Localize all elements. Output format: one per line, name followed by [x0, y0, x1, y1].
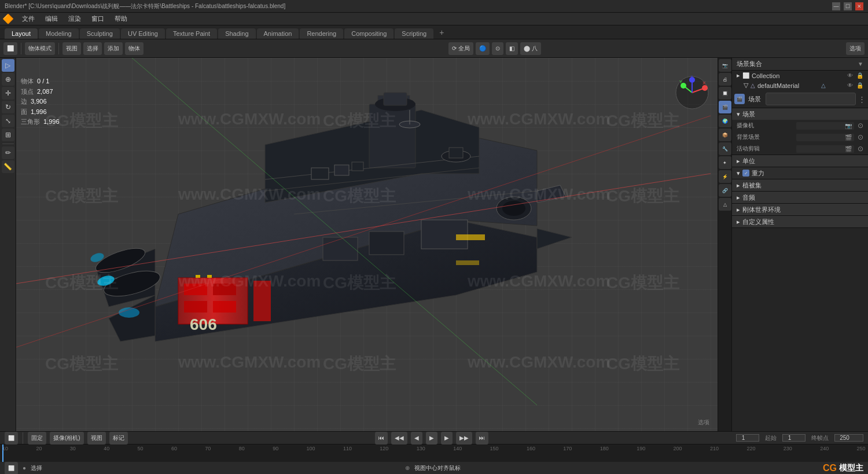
timeline-mark-button[interactable]: 标记 [109, 432, 128, 444]
data-props-button[interactable]: △ [719, 198, 731, 211]
timeline-type-button[interactable]: ⬜ [5, 432, 18, 444]
next-frame-button[interactable]: ▶ [441, 432, 453, 444]
modifier-props-button[interactable]: 🔧 [719, 142, 731, 155]
add-menu-button[interactable]: 添加 [104, 42, 123, 55]
audio-header[interactable]: ▸ 音频 [732, 192, 868, 203]
timeline-fixed-button[interactable]: 固定 [28, 432, 46, 444]
prev-frame-button[interactable]: ◀ [411, 432, 422, 444]
tab-shading[interactable]: Shading [218, 28, 255, 39]
outliner-title: 场景集合 [737, 60, 762, 68]
jump-start-button[interactable]: ⏮ [375, 432, 388, 444]
tab-rendering[interactable]: Rendering [300, 28, 343, 39]
tab-texture-paint[interactable]: Texture Paint [166, 28, 217, 39]
main-layout: ▷ ⊕ ✛ ↻ ⤡ ⊞ ✏ 📏 CG模型主 www.CGMXW.com CG模型… [0, 58, 868, 431]
editor-type-button[interactable]: ⬜ [3, 42, 17, 55]
view-menu-button[interactable]: 视图 [62, 42, 81, 55]
tool-move[interactable]: ✛ [2, 87, 14, 100]
snap-button[interactable]: 🔵 [476, 42, 490, 55]
add-workspace-button[interactable]: + [435, 26, 448, 39]
material-cam-icon[interactable]: 🔒 [856, 82, 863, 89]
proportional-button[interactable]: ⊙ [492, 42, 503, 55]
close-button[interactable]: ✕ [855, 2, 863, 10]
rigid-body-header[interactable]: ▸ 刚体世界环境 [732, 204, 868, 215]
menu-file[interactable]: 文件 [17, 13, 39, 24]
xray-button[interactable]: ◧ [506, 42, 518, 55]
scene-props-button[interactable]: 🎬 [719, 101, 731, 113]
render-props-button[interactable]: 📷 [719, 59, 731, 72]
scene-section-header[interactable]: ▾ 场景 [732, 108, 868, 120]
svg-text:606: 606 [190, 315, 217, 333]
axes-gizmo[interactable]: X Y Z [675, 75, 709, 110]
tool-annotate[interactable]: ✏ [2, 146, 14, 159]
current-frame-input[interactable] [736, 434, 759, 442]
outliner-default-material[interactable]: ▽ △ defaultMaterial △ 👁 🔒 [732, 80, 868, 90]
object-menu-button[interactable]: 物体 [125, 42, 144, 55]
maximize-button[interactable]: ☐ [844, 2, 852, 10]
sync-button[interactable]: ⟳ 全局 [448, 42, 473, 55]
gravity-header[interactable]: ▾ ✓ 重力 [732, 167, 868, 179]
tool-select[interactable]: ▷ [2, 59, 14, 72]
timeline-camera-button[interactable]: 摄像(相机) [50, 432, 84, 444]
tab-modeling[interactable]: Modeling [39, 28, 79, 39]
world-props-button[interactable]: 🌍 [719, 115, 731, 127]
props-more-button[interactable]: ⋮ [858, 95, 866, 104]
menu-render[interactable]: 渲染 [64, 13, 86, 24]
custom-props-header[interactable]: ▸ 自定义属性 [732, 216, 868, 227]
tab-sculpting[interactable]: Sculpting [80, 28, 120, 39]
svg-rect-32 [449, 148, 463, 158]
scene-icon-btn[interactable]: 🎬 [734, 94, 745, 104]
select-menu-button[interactable]: 选择 [83, 42, 102, 55]
view-layer-props-button[interactable]: 🔲 [719, 87, 731, 100]
next-keyframe-button[interactable]: ▶▶ [456, 432, 472, 444]
plants-expand-icon: ▸ [737, 182, 740, 189]
bg-select-button[interactable]: ⊙ [858, 133, 863, 141]
tool-transform[interactable]: ⊞ [2, 128, 14, 141]
jump-end-button[interactable]: ⏭ [476, 432, 488, 444]
output-props-button[interactable]: 🖨 [719, 73, 731, 86]
constraints-props-button[interactable]: 🔗 [719, 184, 731, 197]
units-header[interactable]: ▸ 单位 [732, 155, 868, 167]
collection-eye-icon[interactable]: 👁 [847, 72, 853, 79]
tab-layout[interactable]: Layout [5, 28, 38, 39]
particles-props-button[interactable]: ✦ [719, 156, 731, 169]
physics-props-button[interactable]: ⚡ [719, 170, 731, 183]
timeline-bar[interactable]: 1020304050 60708090100 110120130140150 1… [0, 444, 868, 462]
mode-button[interactable]: 物体模式 [25, 42, 55, 55]
menu-window[interactable]: 窗口 [87, 13, 109, 24]
collection-cam-icon[interactable]: 🔒 [856, 72, 863, 79]
tool-rotate[interactable]: ↻ [2, 101, 14, 113]
rigid-body-section: ▸ 刚体世界环境 [732, 204, 868, 216]
props-search-input[interactable] [766, 93, 856, 105]
tool-cursor[interactable]: ⊕ [2, 73, 14, 86]
options-button[interactable]: 选项 [846, 42, 865, 55]
tab-animation[interactable]: Animation [257, 28, 299, 39]
start-frame-input[interactable] [782, 434, 806, 442]
gravity-checkbox[interactable]: ✓ [742, 170, 749, 177]
tab-scripting[interactable]: Scripting [395, 28, 433, 39]
svg-rect-37 [196, 275, 200, 278]
timeline-view-button[interactable]: 视图 [87, 432, 106, 444]
object-props-button[interactable]: 📦 [719, 128, 731, 141]
timeline: ⬜ 固定 摄像(相机) 视图 标记 ⏮ ◀◀ ◀ ▶ ▶ ▶▶ ⏭ 起始 终帧点… [0, 431, 868, 461]
menu-help[interactable]: 帮助 [110, 13, 132, 24]
tab-uv-editing[interactable]: UV Editing [121, 28, 165, 39]
material-eye-icon[interactable]: 👁 [847, 82, 853, 89]
prev-keyframe-button[interactable]: ◀◀ [391, 432, 407, 444]
tab-compositing[interactable]: Compositing [344, 28, 393, 39]
menu-edit[interactable]: 编辑 [41, 13, 62, 24]
minimize-button[interactable]: — [832, 2, 840, 10]
clip-select-button[interactable]: ⊙ [858, 145, 863, 153]
outliner-collection[interactable]: ▸ ⬜ Collection 👁 🔒 [732, 71, 868, 80]
camera-select-button[interactable]: ⊙ [858, 122, 863, 130]
plants-header[interactable]: ▸ 植被集 [732, 179, 868, 191]
overlay-button[interactable]: ⬤ 八 [520, 42, 541, 55]
tool-scale[interactable]: ⤡ [2, 115, 14, 127]
objects-label: 物体 [21, 76, 34, 87]
tool-measure[interactable]: 📏 [2, 160, 14, 173]
outliner-filter-button[interactable]: ▼ [858, 61, 863, 67]
edges-value: 3,906 [31, 97, 47, 107]
end-frame-input[interactable] [834, 434, 863, 442]
viewport[interactable]: CG模型主 www.CGMXW.com CG模型主 www.CGMXW.com … [16, 58, 718, 431]
bottom-editor-button[interactable]: ⬜ [5, 462, 18, 475]
play-button[interactable]: ▶ [426, 432, 437, 444]
